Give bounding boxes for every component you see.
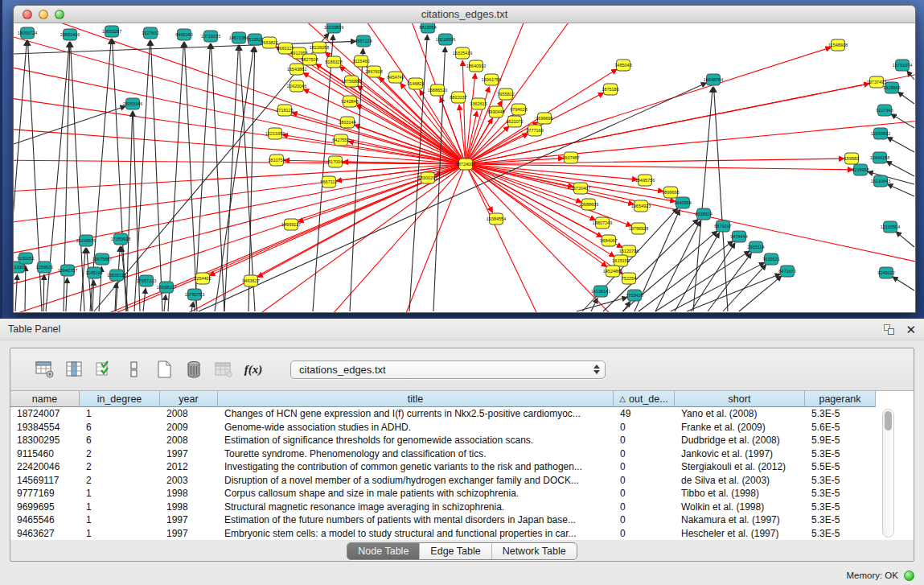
table-cell[interactable]: 9777169 [10,488,80,499]
graph-edge[interactable] [466,23,577,164]
table-cell[interactable]: Tibbo et al. (1998) [675,488,805,499]
graph-edge[interactable] [400,164,466,313]
table-row[interactable]: 2242004622012Investigating the contribut… [10,460,914,474]
graph-edge[interactable] [693,87,713,311]
table-cell[interactable]: Embryonic stem cells: a model to study s… [218,528,614,539]
table-cell[interactable]: 5.3E-5 [805,501,876,513]
table-settings-icon[interactable] [35,360,55,379]
table-cell[interactable]: 1 [80,408,160,419]
graph-edge[interactable] [164,295,166,311]
table-cell[interactable]: 5.3E-5 [805,448,876,459]
table-row[interactable]: 946362711997Embryonic stem cells: a mode… [10,527,914,541]
table-row[interactable]: 911546021997Tourette syndrome. Phenomeno… [10,447,914,461]
table-cell[interactable]: 2 [80,461,160,472]
table-cell[interactable]: Nakamura et al. (1997) [675,514,805,525]
graph-edge[interactable] [126,111,133,311]
column-header-title[interactable]: title [218,391,614,407]
graph-edge[interactable] [80,248,85,311]
table-cell[interactable]: 2 [80,475,160,486]
table-cell[interactable]: 6 [80,435,160,446]
table-cell[interactable]: 0 [614,435,675,446]
table-cell[interactable]: Changes of HCN gene expression and I(f) … [218,408,614,419]
network-canvas[interactable]: 1872400714055724206914061065328715276026… [14,23,915,313]
table-cell[interactable]: 5.5E-5 [805,461,876,472]
table-cell[interactable]: 0 [614,448,675,459]
graph-edge[interactable] [14,96,466,164]
table-cell[interactable]: 1998 [160,488,218,499]
graph-edge[interactable] [655,251,749,311]
table-cell[interactable]: 0 [614,422,675,433]
minimize-window-button[interactable] [39,10,48,19]
table-cell[interactable]: 1 [80,514,160,525]
graph-edge[interactable] [66,278,68,311]
table-cell[interactable]: 2012 [160,461,218,472]
table-cell[interactable]: 0 [614,475,675,486]
graph-edge[interactable] [15,274,17,311]
table-row[interactable]: 1830029562008Estimation of significance … [10,434,914,447]
zoom-window-button[interactable] [55,10,64,19]
table-cell[interactable]: 5.3E-5 [805,488,876,499]
table-cell[interactable]: 2008 [160,408,218,419]
graph-edge[interactable] [466,164,853,170]
graph-edge[interactable] [319,164,466,313]
column-header-short[interactable]: short [675,391,805,407]
table-row[interactable]: 1938455462009Genome-wide association stu… [10,421,914,435]
table-cell[interactable]: 14569117 [10,475,80,486]
graph-edge[interactable] [43,274,44,311]
table-cell[interactable]: 19384554 [10,422,80,433]
graph-edge[interactable] [714,87,728,311]
table-cell[interactable]: 49 [614,408,675,419]
column-header-year[interactable]: year [160,391,218,407]
table-cell[interactable]: 2 [80,448,160,459]
graph-edge[interactable] [577,298,627,311]
tab-node-table[interactable]: Node Table [347,543,419,559]
table-cell[interactable]: 9463627 [10,528,80,539]
graph-edge[interactable] [248,47,255,311]
table-cell[interactable]: 5.6E-5 [805,422,876,433]
graph-edge[interactable] [25,266,26,311]
table-cell[interactable]: 0 [614,461,675,472]
graph-edge[interactable] [14,160,466,164]
table-cell[interactable]: 1997 [160,448,218,459]
graph-edge[interactable] [896,232,914,247]
column-visibility-icon[interactable] [64,360,85,379]
table-cell[interactable]: Franke et al. (2009) [675,422,805,433]
graph-edge[interactable] [195,43,210,311]
graph-edge[interactable] [886,161,914,176]
table-cell[interactable]: 5.9E-5 [805,435,876,446]
table-cell[interactable]: Estimation of significance thresholds fo… [218,435,614,446]
scrollbar-thumb[interactable] [885,411,892,431]
table-cell[interactable]: Genome-wide association studies in ADHD. [218,422,614,433]
graph-edge[interactable] [184,42,197,311]
table-cell[interactable]: Structural magnetic resonance image aver… [218,501,614,513]
table-cell[interactable]: Hescheler et al. (1997) [675,528,805,539]
table-cell[interactable]: Jankovic et al. (1997) [675,448,805,459]
table-cell[interactable]: Yano et al. (2008) [675,408,805,419]
table-cell[interactable]: 0 [614,488,675,499]
table-cell[interactable]: Wolkin et al. (1998) [675,501,805,513]
network-window-titlebar[interactable]: citations_edges.txt [14,6,915,23]
column-header-pagerank[interactable]: pagerank [805,391,876,407]
table-cell[interactable]: 5.3E-5 [805,528,876,539]
column-header-in_degree[interactable]: in_degree [80,391,160,407]
table-cell[interactable]: Corpus callosum shape and size in male p… [218,488,614,499]
table-cell[interactable]: Tourette syndrome. Phenomenology and cla… [218,448,614,459]
graph-edge[interactable] [655,221,700,311]
table-cell[interactable]: de Silva et al. (2003) [675,475,805,486]
table-source-select[interactable]: citations_edges.txt [290,360,606,379]
table-cell[interactable]: 18724007 [10,408,80,419]
table-cell[interactable]: 2003 [160,475,218,486]
function-builder-icon[interactable]: f(x) [243,360,264,379]
table-cell[interactable]: Stergiakouli et al. (2012) [675,461,805,472]
graph-edge[interactable] [78,164,466,313]
table-row[interactable]: 946554611997Estimation of the future num… [10,513,914,527]
new-table-icon[interactable] [154,360,175,379]
graph-edge[interactable] [87,248,92,311]
table-row[interactable]: 969969511998Structural magnetic resonanc… [10,501,914,514]
table-cell[interactable]: 22420046 [10,461,80,472]
table-cell[interactable]: 1 [80,488,160,499]
close-panel-icon[interactable]: ✕ [906,323,916,336]
graph-edge[interactable] [708,253,751,311]
graph-edge[interactable] [14,128,466,164]
table-row[interactable]: 1872400712008Changes of HCN gene express… [10,407,914,421]
